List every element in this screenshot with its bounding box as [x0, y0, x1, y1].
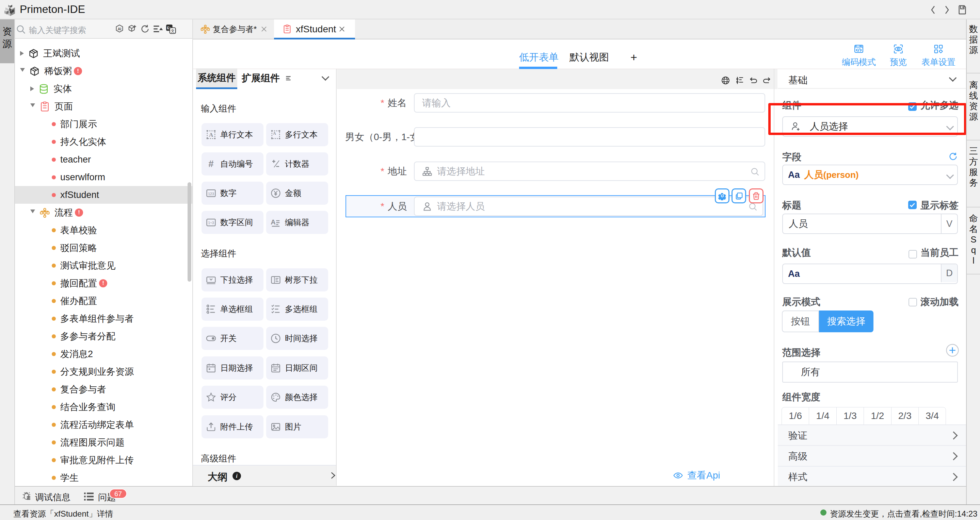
svg-text:A: A — [270, 218, 275, 226]
svg-text:i: i — [236, 473, 238, 479]
svg-text:AI: AI — [118, 27, 121, 31]
svg-text:#: # — [208, 159, 213, 169]
svg-text:A: A — [273, 131, 276, 136]
svg-text:A: A — [209, 131, 213, 138]
svg-text:123: 123 — [208, 192, 214, 196]
svg-text:1~3: 1~3 — [208, 221, 214, 225]
svg-text:文: 文 — [170, 29, 175, 33]
